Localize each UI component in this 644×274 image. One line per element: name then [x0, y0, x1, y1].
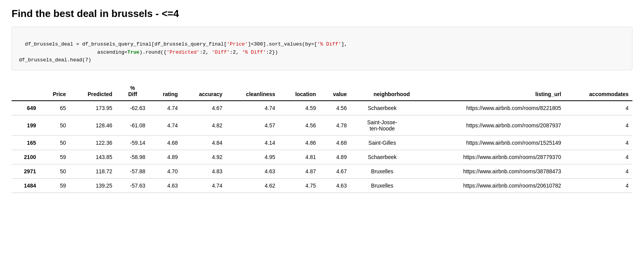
- page-title: Find the best deal in brussels - <=4: [12, 8, 632, 20]
- table-row: 19950128.46-61.084.744.824.574.564.78Sai…: [12, 115, 632, 136]
- cell-cleanliness: 4.62: [226, 179, 279, 193]
- cell-rating: 4.68: [149, 136, 181, 150]
- cell-rating: 4.74: [149, 115, 181, 136]
- table-row: 16550122.36-59.144.684.844.144.864.68Sai…: [12, 136, 632, 150]
- cell-accommodates: 4: [565, 101, 632, 115]
- cell-listing-url: https://www.airbnb.com/rooms/2087937: [414, 115, 565, 136]
- cell-value: 4.68: [320, 136, 351, 150]
- col-header-pct-diff: %Diff: [116, 82, 149, 101]
- cell-accuracy: 4.67: [182, 101, 227, 115]
- cell-price: 59: [40, 179, 70, 193]
- cell-neighborhood: Bruxelles: [351, 179, 414, 193]
- cell-listing-url: https://www.airbnb.com/rooms/28779370: [414, 150, 565, 164]
- cell-index: 2100: [12, 150, 40, 164]
- cell-index: 1484: [12, 179, 40, 193]
- cell-listing-url: https://www.airbnb.com/rooms/20610782: [414, 179, 565, 193]
- cell-accommodates: 4: [565, 164, 632, 179]
- cell-index: 199: [12, 115, 40, 136]
- col-header-cleanliness: cleanliness: [226, 82, 279, 101]
- cell-neighborhood: Bruxelles: [351, 164, 414, 179]
- cell-location: 4.56: [279, 115, 320, 136]
- cell-pct-diff: -58.98: [116, 150, 149, 164]
- cell-neighborhood: Schaerbeek: [351, 150, 414, 164]
- cell-index: 165: [12, 136, 40, 150]
- cell-pct-diff: -62.63: [116, 101, 149, 115]
- cell-location: 4.86: [279, 136, 320, 150]
- cell-location: 4.81: [279, 150, 320, 164]
- col-header-price: Price: [40, 82, 70, 101]
- cell-price: 50: [40, 136, 70, 150]
- data-table: Price Predicted %Diff rating accuracy cl…: [12, 82, 632, 193]
- cell-price: 50: [40, 164, 70, 179]
- cell-accommodates: 4: [565, 150, 632, 164]
- cell-index: 649: [12, 101, 40, 115]
- cell-neighborhood: Saint-Josse-ten-Noode: [351, 115, 414, 136]
- cell-listing-url: https://www.airbnb.com/rooms/38788473: [414, 164, 565, 179]
- cell-listing-url: https://www.airbnb.com/rooms/8221805: [414, 101, 565, 115]
- cell-predicted: 128.46: [70, 115, 116, 136]
- cell-predicted: 122.36: [70, 136, 116, 150]
- cell-predicted: 143.85: [70, 150, 116, 164]
- cell-accommodates: 4: [565, 136, 632, 150]
- cell-location: 4.75: [279, 179, 320, 193]
- cell-location: 4.87: [279, 164, 320, 179]
- col-header-rating: rating: [149, 82, 181, 101]
- col-header-accuracy: accuracy: [182, 82, 227, 101]
- cell-pct-diff: -59.14: [116, 136, 149, 150]
- cell-listing-url: https://www.airbnb.com/rooms/1525149: [414, 136, 565, 150]
- cell-index: 2971: [12, 164, 40, 179]
- cell-price: 59: [40, 150, 70, 164]
- cell-price: 65: [40, 101, 70, 115]
- code-block: df_brussels_deal = df_brussels_query_fin…: [12, 27, 632, 70]
- cell-predicted: 173.95: [70, 101, 116, 115]
- cell-cleanliness: 4.63: [226, 164, 279, 179]
- cell-pct-diff: -57.88: [116, 164, 149, 179]
- cell-cleanliness: 4.14: [226, 136, 279, 150]
- table-row: 64965173.95-62.634.744.674.744.594.56Sch…: [12, 101, 632, 115]
- cell-predicted: 118.72: [70, 164, 116, 179]
- cell-rating: 4.70: [149, 164, 181, 179]
- table-row: 210059143.85-58.984.894.924.954.814.89Sc…: [12, 150, 632, 164]
- cell-price: 50: [40, 115, 70, 136]
- cell-neighborhood: Schaerbeek: [351, 101, 414, 115]
- cell-rating: 4.63: [149, 179, 181, 193]
- col-header-value: value: [320, 82, 351, 101]
- col-header-predicted: Predicted: [70, 82, 116, 101]
- cell-neighborhood: Saint-Gilles: [351, 136, 414, 150]
- col-header-accommodates: accommodates: [565, 82, 632, 101]
- col-header-listing-url: listing_url: [414, 82, 565, 101]
- table-row: 297150118.72-57.884.704.834.634.874.67Br…: [12, 164, 632, 179]
- cell-accuracy: 4.92: [182, 150, 227, 164]
- cell-accommodates: 4: [565, 179, 632, 193]
- cell-location: 4.59: [279, 101, 320, 115]
- cell-pct-diff: -57.63: [116, 179, 149, 193]
- cell-value: 4.67: [320, 164, 351, 179]
- cell-accuracy: 4.84: [182, 136, 227, 150]
- cell-accuracy: 4.74: [182, 179, 227, 193]
- cell-rating: 4.74: [149, 101, 181, 115]
- cell-rating: 4.89: [149, 150, 181, 164]
- cell-value: 4.78: [320, 115, 351, 136]
- cell-accuracy: 4.83: [182, 164, 227, 179]
- col-header-neighborhood: neighborhood: [351, 82, 414, 101]
- cell-accommodates: 4: [565, 115, 632, 136]
- col-header-index: [12, 82, 40, 101]
- cell-predicted: 139.25: [70, 179, 116, 193]
- cell-cleanliness: 4.57: [226, 115, 279, 136]
- cell-accuracy: 4.82: [182, 115, 227, 136]
- table-header-row: Price Predicted %Diff rating accuracy cl…: [12, 82, 632, 101]
- cell-value: 4.89: [320, 150, 351, 164]
- col-header-location: location: [279, 82, 320, 101]
- cell-cleanliness: 4.95: [226, 150, 279, 164]
- cell-value: 4.63: [320, 179, 351, 193]
- cell-pct-diff: -61.08: [116, 115, 149, 136]
- table-row: 148459139.25-57.634.634.744.624.754.63Br…: [12, 179, 632, 193]
- cell-cleanliness: 4.74: [226, 101, 279, 115]
- cell-value: 4.56: [320, 101, 351, 115]
